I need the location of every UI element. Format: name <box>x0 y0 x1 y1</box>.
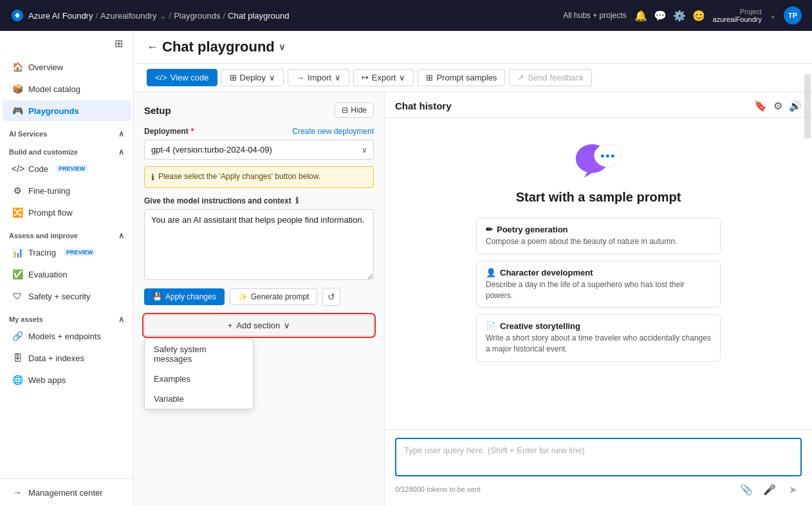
generate-prompt-icon: ✨ <box>238 292 248 301</box>
chat-messages: Start with a sample prompt ✏ Poetry gene… <box>385 118 812 429</box>
sample-prompt-area: Start with a sample prompt ✏ Poetry gene… <box>398 131 799 375</box>
assets-chevron[interactable]: ∧ <box>118 315 124 324</box>
required-mark: * <box>191 127 194 136</box>
prompt-card-storytelling[interactable]: 📄 Creative storytelling Write a short st… <box>476 314 721 362</box>
dropdown-item-examples[interactable]: Examples <box>145 369 253 389</box>
title-dropdown-icon[interactable]: ∨ <box>279 42 285 52</box>
instructions-info-icon[interactable]: ℹ <box>295 196 299 205</box>
svg-point-4 <box>601 155 604 158</box>
add-section-button[interactable]: + Add section ∨ <box>144 315 374 336</box>
dropdown-item-safety[interactable]: Safety system messages <box>145 339 253 369</box>
info-message: Please select the 'Apply changes' button… <box>158 172 320 181</box>
ai-services-chevron[interactable]: ∧ <box>118 129 124 138</box>
generate-prompt-button[interactable]: ✨ Generate prompt <box>230 288 318 305</box>
sidebar-item-evaluation[interactable]: ✅ Evaluation <box>3 264 131 285</box>
back-button[interactable]: ← <box>147 41 158 54</box>
sidebar-item-overview[interactable]: 🏠 Overview <box>3 57 131 77</box>
sidebar: ⊞ 🏠 Overview 📦 Model catalog 🎮 Playgroun… <box>0 31 134 506</box>
hubs-projects-btn[interactable]: All hubs + projects <box>563 11 626 20</box>
sound-icon[interactable]: 🔊 <box>789 100 802 112</box>
breadcrumb-playgrounds[interactable]: Playgrounds <box>174 11 220 21</box>
svg-marker-2 <box>584 171 596 178</box>
svg-point-5 <box>606 155 609 158</box>
add-section-dropdown: Safety system messages Examples Variable <box>144 339 254 409</box>
sidebar-item-safety[interactable]: 🛡 Safety + security <box>3 286 131 306</box>
microphone-button[interactable]: 🎤 <box>761 480 779 498</box>
overview-icon: 🏠 <box>12 62 23 72</box>
chat-header: Chat history 🔖 ⚙ 🔊 <box>385 92 812 118</box>
send-button[interactable]: ➤ <box>784 480 802 498</box>
breadcrumb-current: Chat playground <box>228 11 289 21</box>
chat-settings-icon[interactable]: ⚙ <box>773 100 782 112</box>
build-chevron[interactable]: ∧ <box>118 147 124 156</box>
apply-changes-button[interactable]: 💾 Apply changes <box>144 288 225 305</box>
bookmark-icon[interactable]: 🔖 <box>754 100 767 112</box>
add-section-label: + <box>228 321 233 330</box>
instructions-label: Give the model instructions and context … <box>144 196 374 205</box>
settings-icon[interactable]: ⚙️ <box>673 10 686 22</box>
prompt-card-poetry-title: ✏ Poetry generation <box>486 225 711 234</box>
page-title-text: Chat playground <box>162 39 275 55</box>
sidebar-label-web-apps: Web apps <box>28 375 66 385</box>
prompt-samples-icon: ⊞ <box>426 73 433 82</box>
deployment-select[interactable]: gpt-4 (version:turbo-2024-04-09) <box>144 140 374 160</box>
assess-label: Assess and improve <box>9 232 78 239</box>
apply-changes-icon: 💾 <box>152 292 162 301</box>
chat-graphic <box>573 137 624 182</box>
attachment-button[interactable]: 📎 <box>737 480 755 498</box>
refresh-button[interactable]: ↺ <box>322 288 340 306</box>
setup-header: Setup ⊟ Hide <box>144 102 374 118</box>
sidebar-item-fine-tuning[interactable]: ⚙ Fine-tuning <box>3 180 131 201</box>
prompt-card-poetry-desc: Compose a poem about the beauty of natur… <box>486 236 711 247</box>
export-icon: ↦ <box>362 73 369 82</box>
web-apps-icon: 🌐 <box>12 375 23 385</box>
top-nav-right: All hubs + projects 🔔 💬 ⚙️ 😊 Project azu… <box>563 6 802 24</box>
export-button[interactable]: ↦ Export ∨ <box>353 69 414 86</box>
view-code-button[interactable]: </> View code <box>147 69 217 86</box>
toolbar: </> View code ⊞ Deploy ∨ → Import ∨ ↦ Ex… <box>134 64 812 92</box>
sidebar-item-model-catalog[interactable]: 📦 Model catalog <box>3 79 131 99</box>
page-header: ← Chat playground ∨ <box>134 31 812 64</box>
sidebar-item-management[interactable]: → Management center <box>3 482 131 503</box>
deploy-button[interactable]: ⊞ Deploy ∨ <box>221 69 284 86</box>
prompt-samples-button[interactable]: ⊞ Prompt samples <box>418 69 505 86</box>
chat-body: Start with a sample prompt ✏ Poetry gene… <box>385 118 812 506</box>
avatar[interactable]: TP <box>784 6 802 24</box>
prompt-card-character-title: 👤 Character development <box>486 268 711 277</box>
models-endpoints-icon: 🔗 <box>12 331 23 341</box>
sidebar-item-tracing[interactable]: 📊 Tracing PREVIEW <box>3 242 131 263</box>
assess-chevron[interactable]: ∧ <box>118 231 124 240</box>
chat-icon[interactable]: 💬 <box>654 10 667 22</box>
sidebar-item-code[interactable]: </> Code PREVIEW <box>3 158 131 179</box>
sidebar-toggle[interactable]: ⊞ <box>0 31 133 56</box>
safety-icon: 🛡 <box>12 291 23 301</box>
dropdown-item-variable[interactable]: Variable <box>145 389 253 409</box>
breadcrumb-hub[interactable]: Azureaifoundry <box>100 11 156 21</box>
project-dropdown-icon[interactable]: ⌄ <box>770 11 776 20</box>
prompt-card-character[interactable]: 👤 Character development Describe a day i… <box>476 261 721 308</box>
content-area: ← Chat playground ∨ </> View code ⊞ Depl… <box>134 31 812 506</box>
send-feedback-icon: ↗ <box>517 73 524 82</box>
poetry-icon: ✏ <box>486 225 493 234</box>
hide-button[interactable]: ⊟ Hide <box>335 102 374 118</box>
notification-icon[interactable]: 🔔 <box>634 10 647 22</box>
sidebar-item-playgrounds[interactable]: 🎮 Playgrounds <box>3 100 131 121</box>
chat-input-box[interactable]: Type user query here. (Shift + Enter for… <box>395 438 802 476</box>
sidebar-label-models-endpoints: Models + endpoints <box>28 332 101 341</box>
feedback-icon[interactable]: 😊 <box>692 10 705 22</box>
sidebar-section-assets: My assets ∧ <box>0 310 133 325</box>
sidebar-section-assess: Assess and improve ∧ <box>0 226 133 241</box>
scrollbar[interactable] <box>804 92 811 138</box>
send-feedback-button[interactable]: ↗ Send feedback <box>509 69 592 86</box>
sidebar-item-prompt-flow[interactable]: 🔀 Prompt flow <box>3 202 131 223</box>
export-chevron: ∨ <box>399 73 405 82</box>
create-deployment-link[interactable]: Create new deployment <box>292 127 374 136</box>
system-message-textarea[interactable] <box>144 209 374 280</box>
sidebar-item-models-endpoints[interactable]: 🔗 Models + endpoints <box>3 326 131 346</box>
brand-logo[interactable]: Azure AI Foundry <box>10 8 93 23</box>
prompt-cards: ✏ Poetry generation Compose a poem about… <box>476 218 721 362</box>
sidebar-item-data-indexes[interactable]: 🗄 Data + indexes <box>3 348 131 368</box>
sidebar-item-web-apps[interactable]: 🌐 Web apps <box>3 370 131 390</box>
prompt-card-poetry[interactable]: ✏ Poetry generation Compose a poem about… <box>476 218 721 254</box>
import-button[interactable]: → Import ∨ <box>288 69 349 86</box>
